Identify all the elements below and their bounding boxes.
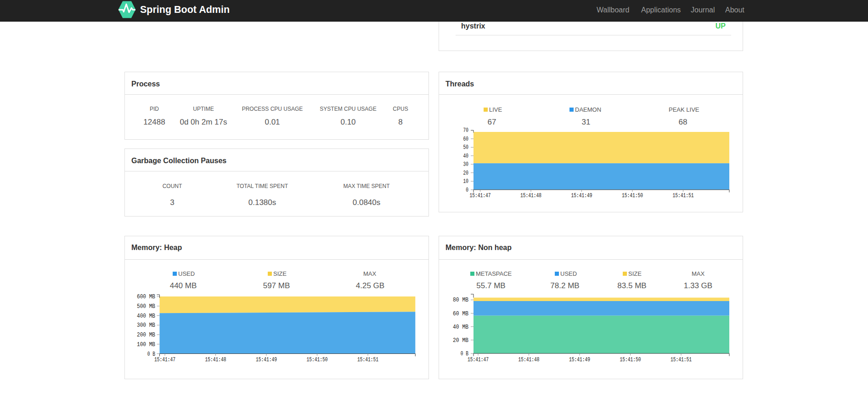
svg-text:200 MB: 200 MB [137, 331, 155, 338]
svg-text:100 MB: 100 MB [137, 341, 155, 348]
svg-text:15:41:50: 15:41:50 [620, 356, 641, 363]
svg-text:40 MB: 40 MB [453, 324, 468, 330]
svg-text:300 MB: 300 MB [137, 322, 155, 329]
svg-text:30: 30 [463, 161, 469, 168]
svg-text:15:41:47: 15:41:47 [154, 356, 175, 363]
svg-text:60: 60 [463, 136, 469, 142]
svg-text:50: 50 [463, 144, 469, 151]
svg-text:15:41:47: 15:41:47 [468, 356, 489, 363]
svg-text:15:41:49: 15:41:49 [256, 356, 277, 363]
svg-text:400 MB: 400 MB [137, 313, 155, 319]
svg-text:15:41:48: 15:41:48 [519, 356, 540, 363]
svg-text:20 MB: 20 MB [453, 337, 468, 344]
svg-text:500 MB: 500 MB [137, 303, 155, 310]
svg-text:0: 0 [466, 187, 468, 194]
svg-text:80 MB: 80 MB [453, 296, 468, 303]
svg-text:10: 10 [463, 178, 469, 185]
svg-text:15:41:47: 15:41:47 [470, 192, 491, 199]
svg-text:60 MB: 60 MB [453, 310, 468, 317]
svg-text:15:41:48: 15:41:48 [205, 356, 226, 363]
svg-text:15:41:51: 15:41:51 [357, 356, 378, 363]
svg-text:15:41:48: 15:41:48 [520, 192, 541, 199]
svg-text:15:41:50: 15:41:50 [307, 356, 328, 363]
svg-text:600 MB: 600 MB [137, 293, 155, 300]
svg-text:15:41:49: 15:41:49 [571, 192, 592, 199]
svg-text:20: 20 [463, 170, 469, 177]
svg-text:15:41:51: 15:41:51 [671, 356, 692, 363]
svg-text:15:41:50: 15:41:50 [622, 192, 643, 199]
svg-text:15:41:51: 15:41:51 [673, 192, 694, 199]
svg-text:40: 40 [463, 153, 469, 159]
svg-text:70: 70 [463, 127, 469, 134]
svg-text:15:41:49: 15:41:49 [569, 356, 590, 363]
